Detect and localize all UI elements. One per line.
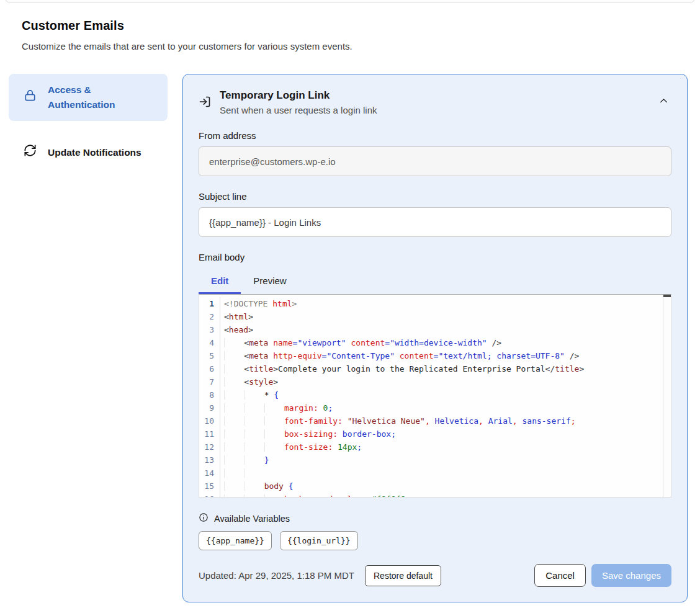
code-line: 4 <meta name="viewport" content="width=d… <box>199 336 671 349</box>
login-icon <box>199 96 211 110</box>
variable-chip-app-name[interactable]: {{app_name}} <box>199 531 272 550</box>
line-number: 7 <box>199 375 220 388</box>
code-text: * { <box>220 388 279 401</box>
variable-chip-login-url[interactable]: {{login_url}} <box>280 531 358 550</box>
line-number: 2 <box>199 310 220 323</box>
code-text: } <box>220 454 269 467</box>
editor-scrollbar-thumb[interactable] <box>663 295 671 297</box>
line-number: 4 <box>199 336 220 349</box>
line-number: 15 <box>199 480 220 493</box>
line-number: 3 <box>199 323 220 336</box>
tab-edit[interactable]: Edit <box>199 270 241 294</box>
panel-footer: Updated: Apr 29, 2025, 1:18 PM MDT Resto… <box>199 564 671 587</box>
code-line: 10 font-family: "Helvetica Neue", Helvet… <box>199 414 671 427</box>
editor-scrollbar[interactable] <box>663 295 671 497</box>
available-variables-label: Available Variables <box>214 514 290 524</box>
code-text: <head> <box>220 323 253 336</box>
code-editor[interactable]: 1<!DOCTYPE html>2<html>3<head>4 <meta na… <box>199 294 671 498</box>
lock-icon <box>23 88 37 107</box>
line-number: 6 <box>199 362 220 375</box>
code-line: 16 background-color: #f8f8f8; <box>199 493 671 498</box>
subject-line-input[interactable] <box>199 207 671 237</box>
updated-timestamp: Updated: Apr 29, 2025, 1:18 PM MDT <box>199 570 354 581</box>
code-text: background-color: #f8f8f8; <box>220 493 410 498</box>
code-text: box-sizing: border-box; <box>220 427 396 440</box>
line-number: 14 <box>199 467 220 480</box>
code-text: <meta http-equiv="Content-Type" content=… <box>220 349 579 362</box>
content-layout: Access & AuthenticationUpdate Notificati… <box>0 74 700 602</box>
code-text: margin: 0; <box>220 401 333 414</box>
code-text: body { <box>220 480 294 493</box>
code-line: 3<head> <box>199 323 671 336</box>
code-line: 15 body { <box>199 480 671 493</box>
line-number: 11 <box>199 427 220 440</box>
sidebar-item-update-notifications[interactable]: Update Notifications <box>9 135 168 171</box>
chevron-up-icon <box>658 99 669 108</box>
code-text: <title>Complete your login to the Replic… <box>220 362 584 375</box>
email-body-label: Email body <box>199 252 671 262</box>
code-line: 1<!DOCTYPE html> <box>199 297 671 310</box>
cancel-button[interactable]: Cancel <box>534 564 586 587</box>
code-line: 7 <style> <box>199 375 671 388</box>
page-description: Customize the emails that are sent to yo… <box>22 41 700 51</box>
code-text: <!DOCTYPE html> <box>220 297 297 310</box>
panel-header: Temporary Login Link Sent when a user re… <box>199 89 671 115</box>
panel-header-text: Temporary Login Link Sent when a user re… <box>220 89 647 115</box>
code-text: font-family: "Helvetica Neue", Helvetica… <box>220 414 576 427</box>
save-changes-button[interactable]: Save changes <box>591 564 671 587</box>
subject-line-label: Subject line <box>199 191 671 202</box>
line-number: 10 <box>199 414 220 427</box>
line-number: 9 <box>199 401 220 414</box>
email-types-sidebar: Access & AuthenticationUpdate Notificati… <box>9 74 168 171</box>
available-variables-row: Available Variables <box>199 512 671 525</box>
panel-subtitle: Sent when a user requests a login link <box>220 105 647 115</box>
restore-default-button[interactable]: Restore default <box>365 565 441 586</box>
page-title: Customer Emails <box>22 19 700 33</box>
code-line: 12 font-size: 14px; <box>199 440 671 454</box>
code-text: <style> <box>220 375 278 388</box>
line-number: 13 <box>199 454 220 467</box>
line-number: 8 <box>199 388 220 401</box>
code-line: 6 <title>Complete your login to the Repl… <box>199 362 671 375</box>
variable-chips: {{app_name}}{{login_url}} <box>199 531 671 550</box>
code-text: <meta name="viewport" content="width=dev… <box>220 336 501 349</box>
line-number: 16 <box>199 493 220 498</box>
sidebar-item-access-authentication[interactable]: Access & Authentication <box>9 74 168 121</box>
info-icon <box>199 512 209 525</box>
code-text: <html> <box>220 310 253 323</box>
panel-title: Temporary Login Link <box>220 89 647 102</box>
from-address-input[interactable] <box>199 146 671 176</box>
code-line: 5 <meta http-equiv="Content-Type" conten… <box>199 349 671 362</box>
code-lines: 1<!DOCTYPE html>2<html>3<head>4 <meta na… <box>199 295 671 498</box>
temporary-login-link-panel: Temporary Login Link Sent when a user re… <box>182 74 688 602</box>
code-line: 11 box-sizing: border-box; <box>199 427 671 440</box>
code-text <box>220 467 264 480</box>
code-line: 13 } <box>199 454 671 467</box>
code-line: 9 margin: 0; <box>199 401 671 414</box>
tab-preview[interactable]: Preview <box>241 270 298 294</box>
collapse-panel-button[interactable] <box>656 93 671 110</box>
email-body-tabs: EditPreview <box>199 270 671 294</box>
code-line: 8 * { <box>199 388 671 401</box>
line-number: 12 <box>199 440 220 454</box>
previous-card-bottom-edge <box>5 0 695 2</box>
code-line: 2<html> <box>199 310 671 323</box>
line-number: 1 <box>199 297 220 310</box>
code-line: 14 <box>199 467 671 480</box>
refresh-icon <box>23 143 37 162</box>
sidebar-item-label: Access & Authentication <box>48 83 156 112</box>
sidebar-item-label: Update Notifications <box>48 145 141 160</box>
line-number: 5 <box>199 349 220 362</box>
code-text: font-size: 14px; <box>220 440 362 454</box>
from-address-label: From address <box>199 130 671 141</box>
